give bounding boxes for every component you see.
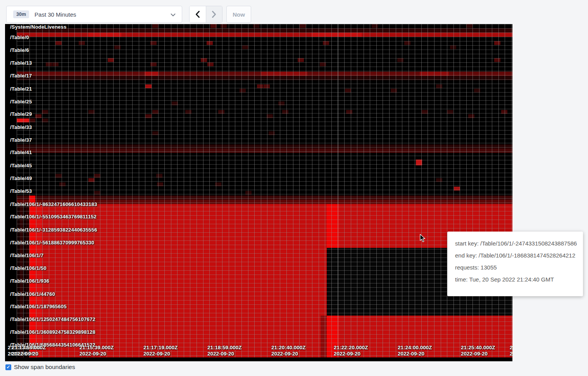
row-label: /Table/45 — [10, 163, 32, 168]
heatmap-cell — [245, 191, 252, 195]
heatmap-cell — [114, 45, 121, 49]
heatmap-block — [321, 316, 327, 357]
heatmap-block — [17, 76, 512, 80]
time-axis-label: 21:17:19.000Z2022-09-20 — [143, 345, 178, 357]
heatmap-cell — [52, 62, 59, 66]
row-label: /Table/29 — [10, 111, 32, 117]
heatmap-cell — [157, 182, 163, 186]
heatmap-cell — [345, 89, 351, 93]
row-label: /Table/37 — [10, 137, 32, 143]
heatmap-cell — [42, 110, 48, 114]
heatmap-cell — [416, 160, 422, 165]
heatmap-cell — [88, 178, 95, 182]
heatmap-block — [420, 72, 449, 76]
heatmap-block — [17, 144, 512, 149]
heatmap-cell — [152, 110, 159, 114]
time-axis-label: 21:15:39.000Z2022-09-20 — [79, 345, 114, 357]
heatmap-cell — [55, 41, 62, 45]
tooltip-line: end key: /Table/106/1/-18683814745282642… — [455, 252, 575, 259]
heatmap-cell — [29, 118, 35, 122]
heatmap-cell — [210, 24, 217, 28]
heatmap-cell — [436, 178, 442, 182]
heatmap-cell — [145, 114, 152, 118]
heatmap-cell — [150, 62, 157, 66]
tooltip-line: start key: /Table/106/1/-247433150824388… — [455, 240, 575, 247]
row-label: /Table/6 — [10, 47, 29, 53]
now-button[interactable]: Now — [226, 6, 251, 23]
show-span-boundaries-checkbox[interactable] — [5, 364, 11, 370]
time-range-badge: 30m — [13, 10, 29, 19]
heatmap-block — [17, 28, 512, 33]
heatmap-cell — [185, 110, 191, 114]
time-axis-label: 21:27:20.000Z2022-09-20 — [510, 345, 512, 357]
time-range-label: Past 30 Minutes — [34, 11, 76, 18]
row-label: /Table/106/1/7 — [10, 252, 43, 258]
heatmap-cell — [466, 24, 472, 28]
heatmap-cell — [422, 110, 428, 114]
heatmap-cell — [201, 58, 207, 62]
row-label: /Table/21 — [10, 86, 32, 92]
row-label: /Table/106/1/3608924758329898128 — [10, 329, 95, 335]
heatmap-cell — [172, 101, 178, 105]
heatmap-cell — [447, 110, 453, 114]
heatmap-cell — [79, 41, 85, 45]
heatmap-cell — [88, 110, 95, 114]
heatmap-cell — [253, 24, 259, 28]
row-label: /Table/106/1/-8632471606610433183 — [10, 201, 97, 207]
row-label: /Table/0 — [10, 34, 29, 40]
heatmap-cell — [372, 24, 378, 28]
heatmap-cell — [23, 118, 29, 122]
heatmap-cell — [257, 84, 263, 88]
row-label: /Table/17 — [10, 73, 32, 79]
heatmap-cell — [323, 41, 329, 45]
heatmap-cell — [94, 174, 100, 178]
heatmap-canvas[interactable]: /System/NodeLiveness/Table/0/Table/6/Tab… — [5, 24, 512, 361]
heatmap-cell — [221, 24, 227, 28]
heatmap-cell — [242, 45, 248, 49]
time-axis-label: 21:22:20.000Z2022-09-20 — [334, 345, 368, 357]
heatmap-cell — [474, 89, 480, 93]
heatmap-cell — [42, 118, 48, 122]
heatmap-cell — [269, 131, 275, 135]
heatmap-cell — [207, 62, 214, 66]
heatmap-cell — [152, 24, 159, 28]
heatmap-cell — [17, 118, 23, 122]
heatmap-cell — [320, 62, 326, 66]
row-label: /Table/106/1/44760 — [10, 291, 55, 297]
time-nav-group — [189, 6, 222, 23]
heatmap-cell — [150, 41, 157, 45]
chevron-right-icon — [212, 11, 216, 18]
heatmap-cell — [346, 110, 352, 114]
heatmap-block — [17, 196, 512, 200]
time-axis-label: 21:25:40.000Z2022-09-20 — [461, 345, 495, 357]
heatmap-blocks-layer — [5, 24, 512, 357]
chevron-left-icon — [195, 11, 200, 18]
heatmap-cell — [218, 110, 224, 114]
heatmap-cell — [501, 110, 507, 114]
row-label: /Table/106/1/1250247484756107672 — [10, 316, 95, 322]
row-label: /Table/106/1/-5510953463769811152 — [10, 214, 97, 220]
heatmap-cell — [108, 58, 114, 62]
heatmap-cell — [156, 174, 162, 178]
heatmap-cell — [404, 41, 410, 45]
heatmap-cell — [94, 191, 100, 195]
row-label: /Table/53 — [10, 188, 32, 194]
time-back-button[interactable] — [190, 6, 206, 22]
heatmap-cell — [35, 114, 41, 118]
heatmap-block — [145, 72, 158, 76]
heatmap-cell — [59, 182, 66, 186]
heatmap-block — [17, 149, 512, 153]
time-forward-button[interactable] — [206, 6, 222, 22]
heatmap-cell — [298, 58, 304, 62]
row-label: /Table/106/1/-3128593822440635556 — [10, 227, 97, 233]
footer-controls: Show span boundaries — [5, 364, 75, 371]
heatmap-cell — [450, 45, 456, 49]
heatmap-cell — [215, 182, 221, 186]
row-label: /Table/33 — [10, 124, 32, 130]
heatmap-cell — [436, 84, 442, 88]
heatmap-block — [311, 33, 362, 37]
heatmap-cell — [278, 101, 285, 105]
time-axis-label: 21:20:40.000Z2022-09-20 — [271, 345, 306, 357]
heatmap-cell — [391, 89, 397, 93]
time-range-select[interactable]: 30m Past 30 Minutes — [6, 6, 182, 23]
